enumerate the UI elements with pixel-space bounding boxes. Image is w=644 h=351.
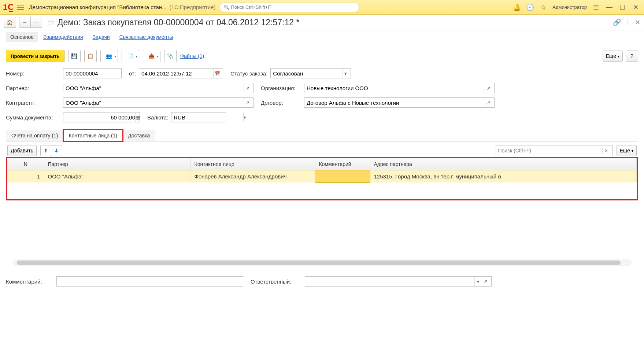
number-label: Номер: xyxy=(6,70,60,77)
move-up-button[interactable]: ⬆ xyxy=(40,145,51,156)
detail-panel: Добавить ⬆ ⬇ × Еще ▾ N Партнер Контактно… xyxy=(6,141,638,271)
table-highlight: N Партнер Контактное лицо Комментарий Ад… xyxy=(7,158,637,199)
forward-button[interactable]: → xyxy=(31,17,42,28)
move-down-button[interactable]: ⬇ xyxy=(51,145,62,156)
logo-1c: 1C̲ xyxy=(3,3,13,12)
close-tab-icon[interactable]: ✕ xyxy=(635,18,640,26)
chevron-down-icon[interactable]: ▾ xyxy=(474,277,482,286)
cell-contact[interactable]: Фонарев Александр Александрович xyxy=(190,170,315,183)
tab-contacts[interactable]: Контактные лица (1) xyxy=(63,130,123,141)
calendar-icon[interactable]: 📅 xyxy=(213,69,221,78)
responsible-label: Ответственный: xyxy=(251,278,302,285)
sum-field[interactable]: ▦ xyxy=(63,112,140,122)
export-dd-button[interactable]: 📤▾ xyxy=(143,50,160,62)
attach-button[interactable]: 📎 xyxy=(164,50,177,62)
favorite-toggle[interactable]: ☆ xyxy=(47,17,55,27)
bell-icon[interactable]: 🔔 xyxy=(511,2,522,13)
currency-field[interactable]: ▾ xyxy=(171,112,226,122)
more-vert-icon[interactable]: ⋮ xyxy=(625,18,631,26)
col-partner[interactable]: Партнер xyxy=(44,158,190,170)
org-label: Организация: xyxy=(261,85,301,91)
chevron-down-icon[interactable]: ▾ xyxy=(343,69,348,78)
open-icon[interactable]: ↗ xyxy=(244,98,251,107)
chevron-down-icon[interactable]: ▾ xyxy=(243,112,246,122)
detail-tabs: Счета на оплату (1) Контактные лица (1) … xyxy=(6,130,638,141)
subheader: 🏠 ← → ☆ Демо: Заказ покупателя 00-000000… xyxy=(0,15,644,30)
cell-address[interactable]: 125315, Город Москва, вн.тер.г. муниципа… xyxy=(370,170,637,183)
back-button[interactable]: ← xyxy=(19,17,31,28)
document-title: Демо: Заказ покупателя 00-00000004 от 04… xyxy=(58,18,299,27)
date-field[interactable]: 📅 xyxy=(139,68,223,78)
form-fields: Номер: от: 📅 Статус заказа: ▾ Партнер: ↗… xyxy=(0,66,644,125)
partner-field[interactable]: ↗ xyxy=(63,83,253,93)
calc-icon[interactable]: ▦ xyxy=(135,112,140,122)
minimize-icon[interactable]: — xyxy=(604,2,615,13)
nav-tab-main[interactable]: Основное xyxy=(6,32,38,42)
maximize-icon[interactable]: ☐ xyxy=(617,2,628,13)
comment-label: Комментарий: xyxy=(6,278,53,285)
table-row[interactable]: 1 ООО "Альфа" Фонарев Александр Александ… xyxy=(7,170,637,183)
cell-partner[interactable]: ООО "Альфа" xyxy=(44,170,190,183)
org-field[interactable]: ↗ xyxy=(304,83,495,93)
responsible-field[interactable]: ▾↗ xyxy=(305,276,492,287)
add-button[interactable]: Добавить xyxy=(7,145,37,156)
global-search-input[interactable] xyxy=(231,4,355,10)
global-search[interactable]: 🔍 xyxy=(220,3,359,12)
files-link[interactable]: Файлы (1) xyxy=(180,53,204,59)
post-and-close-button[interactable]: Провести и закрыть xyxy=(6,50,64,62)
app-title: Демонстрационная конфигурация "Библиотек… xyxy=(29,4,166,10)
open-icon[interactable]: ↗ xyxy=(482,277,489,286)
currency-label: Валюта: xyxy=(147,114,168,121)
save-button[interactable]: 💾 xyxy=(68,50,81,62)
close-icon[interactable]: ✕ xyxy=(630,2,641,13)
col-address[interactable]: Адрес партнера xyxy=(370,158,637,170)
clear-search-icon[interactable]: × xyxy=(602,148,610,154)
users-dd-button[interactable]: 👥▾ xyxy=(100,50,118,62)
status-label: Статус заказа: xyxy=(230,70,267,77)
counterparty-field[interactable]: ↗ xyxy=(63,97,253,108)
table-search[interactable]: × xyxy=(496,145,613,156)
contract-field[interactable]: ↗ xyxy=(304,97,495,108)
horizontal-scrollbar[interactable] xyxy=(12,259,632,266)
comment-field[interactable] xyxy=(56,276,243,287)
create-dd-button[interactable]: 📄▾ xyxy=(122,50,139,62)
search-icon: 🔍 xyxy=(224,5,229,10)
footer: Комментарий: Ответственный: ▾↗ xyxy=(0,271,644,292)
tab-delivery[interactable]: Доставка xyxy=(122,130,155,141)
table-more-button[interactable]: Еще ▾ xyxy=(617,145,637,156)
col-n[interactable]: N xyxy=(7,158,44,170)
settings-icon[interactable]: ☰ xyxy=(591,2,602,13)
menu-icon[interactable] xyxy=(17,5,24,10)
nav-tab-interactions[interactable]: Взаимодействия xyxy=(39,32,88,42)
partner-label: Партнер: xyxy=(6,85,60,91)
link-icon[interactable]: 🔗 xyxy=(613,18,621,26)
counterparty-label: Контрагент: xyxy=(6,100,60,106)
post-button[interactable]: 📋 xyxy=(84,50,97,62)
open-icon[interactable]: ↗ xyxy=(244,83,251,93)
cell-n[interactable]: 1 xyxy=(7,170,44,183)
titlebar: 1C̲ Демонстрационная конфигурация "Библи… xyxy=(0,0,644,15)
star-icon[interactable]: ☆ xyxy=(538,2,549,13)
number-field[interactable] xyxy=(63,68,122,78)
contacts-table[interactable]: N Партнер Контактное лицо Комментарий Ад… xyxy=(7,158,637,182)
history-icon[interactable]: 🕘 xyxy=(525,2,536,13)
open-icon[interactable]: ↗ xyxy=(485,98,492,107)
sum-label: Сумма документа: xyxy=(6,114,60,121)
app-subtitle: (1С:Предприятие) xyxy=(170,4,216,10)
home-button[interactable]: 🏠 xyxy=(4,17,16,28)
table-search-input[interactable] xyxy=(498,148,602,154)
more-button[interactable]: Еще ▾ xyxy=(603,51,623,62)
col-comment[interactable]: Комментарий xyxy=(315,158,370,170)
help-button[interactable]: ? xyxy=(626,51,638,62)
doc-toolbar: Провести и закрыть 💾 📋 👥▾ 📄▾ 📤▾ 📎 Файлы … xyxy=(0,46,644,66)
contract-label: Договор: xyxy=(261,100,301,106)
open-icon[interactable]: ↗ xyxy=(485,83,492,93)
status-field[interactable]: ▾ xyxy=(270,68,351,78)
user-name[interactable]: Администратор xyxy=(552,4,587,10)
nav-tabs: Основное Взаимодействия Задачи Связанные… xyxy=(0,30,644,46)
cell-comment[interactable] xyxy=(315,170,370,183)
nav-tab-tasks[interactable]: Задачи xyxy=(88,32,114,42)
nav-tab-related[interactable]: Связанные документы xyxy=(115,32,178,42)
tab-invoices[interactable]: Счета на оплату (1) xyxy=(6,130,64,141)
col-contact[interactable]: Контактное лицо xyxy=(190,158,315,170)
